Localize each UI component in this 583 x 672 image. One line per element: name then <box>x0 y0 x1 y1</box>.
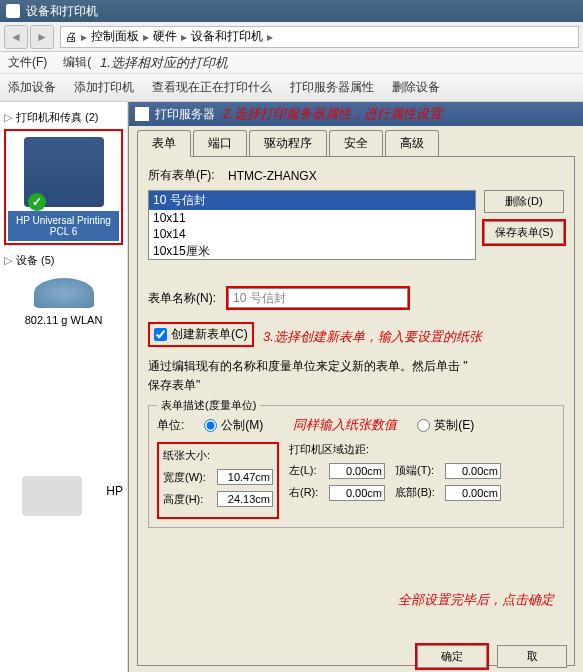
list-item[interactable]: 10x14 <box>149 226 475 242</box>
view-printing-button[interactable]: 查看现在正在打印什么 <box>152 79 272 96</box>
device-sidebar: 打印机和传真 (2) HP Universal Printing PCL 6 设… <box>0 102 128 672</box>
annotation-3: 3.选择创建新表单，输入要设置的纸张 <box>263 329 482 344</box>
menu-file[interactable]: 文件(F) <box>8 54 47 71</box>
dialog-title: 打印服务器 <box>155 106 215 123</box>
list-item[interactable]: 10 号信封 <box>149 191 475 210</box>
tab-strip: 表单 端口 驱动程序 安全 高级 <box>129 126 583 156</box>
server-props-button[interactable]: 打印服务器属性 <box>290 79 374 96</box>
height-label: 高度(H): <box>163 492 217 507</box>
unit-label: 单位: <box>157 417 184 434</box>
selected-printer[interactable]: HP Universal Printing PCL 6 <box>4 129 123 245</box>
server-name: HTMC-ZHANGX <box>228 169 317 183</box>
menu-edit[interactable]: 编辑( <box>63 54 91 71</box>
form-description-group: 表单描述(度量单位) 单位: 公制(M) 同样输入纸张数值 英制(E) 纸张大小… <box>148 405 564 528</box>
group-title: 表单描述(度量单位) <box>157 398 260 413</box>
list-item[interactable]: 10x11 <box>149 210 475 226</box>
print-server-dialog: 打印服务器 2.选择打印服务器属性，进行属性设置 表单 端口 驱动程序 安全 高… <box>128 102 583 672</box>
tab-security[interactable]: 安全 <box>329 130 383 156</box>
add-printer-button[interactable]: 添加打印机 <box>74 79 134 96</box>
width-input[interactable] <box>217 469 273 485</box>
paper-size-label: 纸张大小: <box>163 448 273 463</box>
margins-section: 打印机区域边距: 左(L): 顶端(T): 右(R): 底部(B): <box>289 442 501 519</box>
remove-device-button[interactable]: 删除设备 <box>392 79 440 96</box>
metric-radio[interactable] <box>204 419 217 432</box>
english-radio[interactable] <box>417 419 430 432</box>
margins-label: 打印机区域边距: <box>289 442 501 457</box>
paper-size-section: 纸张大小: 宽度(W): 高度(H): <box>157 442 279 519</box>
description-text: 通过编辑现有的名称和度量单位来定义新的表单。然后单击 " 保存表单" <box>148 357 564 395</box>
delete-button[interactable]: 删除(D) <box>484 190 564 213</box>
left-input[interactable] <box>329 463 385 479</box>
tab-forms[interactable]: 表单 <box>137 130 191 157</box>
printer-label: HP Universal Printing PCL 6 <box>8 211 119 241</box>
device-icon: 🖨 <box>65 30 77 44</box>
create-new-checkbox[interactable]: 创建新表单(C) <box>148 322 254 347</box>
tab-advanced[interactable]: 高级 <box>385 130 439 156</box>
forms-panel: 所有表单(F): HTMC-ZHANGX 10 号信封 10x11 10x14 … <box>137 156 575 666</box>
right-input[interactable] <box>329 485 385 501</box>
bottom-printer-label: HP <box>106 484 123 498</box>
printer-icon <box>24 137 104 207</box>
wlan-label: 802.11 g WLAN <box>4 314 123 326</box>
save-form-button[interactable]: 保存表单(S) <box>484 221 564 244</box>
dialog-titlebar: 打印服务器 2.选择打印服务器属性，进行属性设置 <box>129 102 583 126</box>
list-item[interactable]: 10x15厘米 <box>149 242 475 260</box>
window-title: 设备和打印机 <box>26 3 98 20</box>
wlan-device[interactable]: 802.11 g WLAN <box>4 278 123 326</box>
annotation-2: 2.选择打印服务器属性，进行属性设置 <box>223 105 442 123</box>
all-forms-label: 所有表单(F): <box>148 167 228 184</box>
menubar: 文件(F) 编辑( 1.选择相对应的打印机 <box>0 52 583 74</box>
form-name-input[interactable] <box>228 288 408 308</box>
back-button[interactable]: ◄ <box>4 25 28 49</box>
annotation-1: 1.选择相对应的打印机 <box>100 54 228 72</box>
forward-button[interactable]: ► <box>30 25 54 49</box>
breadcrumb[interactable]: 🖨 ▸控制面板 ▸硬件 ▸设备和打印机 ▸ <box>60 26 579 48</box>
top-input[interactable] <box>445 463 501 479</box>
address-bar: ◄ ► 🖨 ▸控制面板 ▸硬件 ▸设备和打印机 ▸ <box>0 22 583 52</box>
tab-ports[interactable]: 端口 <box>193 130 247 156</box>
forms-listbox[interactable]: 10 号信封 10x11 10x14 10x15厘米 <box>148 190 476 260</box>
printers-header[interactable]: 打印机和传真 (2) <box>4 110 123 125</box>
window-titlebar: 设备和打印机 <box>0 0 583 22</box>
printer-thumb-icon <box>22 476 82 516</box>
toolbar: 添加设备 添加打印机 查看现在正在打印什么 打印服务器属性 删除设备 <box>0 74 583 102</box>
router-icon <box>34 278 94 308</box>
printer-icon <box>6 4 20 18</box>
add-device-button[interactable]: 添加设备 <box>8 79 56 96</box>
tab-drivers[interactable]: 驱动程序 <box>249 130 327 156</box>
height-input[interactable] <box>217 491 273 507</box>
annotation-4: 同样输入纸张数值 <box>293 416 397 434</box>
width-label: 宽度(W): <box>163 470 217 485</box>
devices-header[interactable]: 设备 (5) <box>4 253 123 268</box>
cancel-button[interactable]: 取 <box>497 645 567 668</box>
dialog-icon <box>135 107 149 121</box>
create-new-check[interactable] <box>154 328 167 341</box>
form-name-label: 表单名称(N): <box>148 290 228 307</box>
annotation-5: 全部设置完毕后，点击确定 <box>398 591 554 609</box>
dialog-buttons: 确定 取 <box>417 645 567 668</box>
bottom-input[interactable] <box>445 485 501 501</box>
ok-button[interactable]: 确定 <box>417 645 487 668</box>
